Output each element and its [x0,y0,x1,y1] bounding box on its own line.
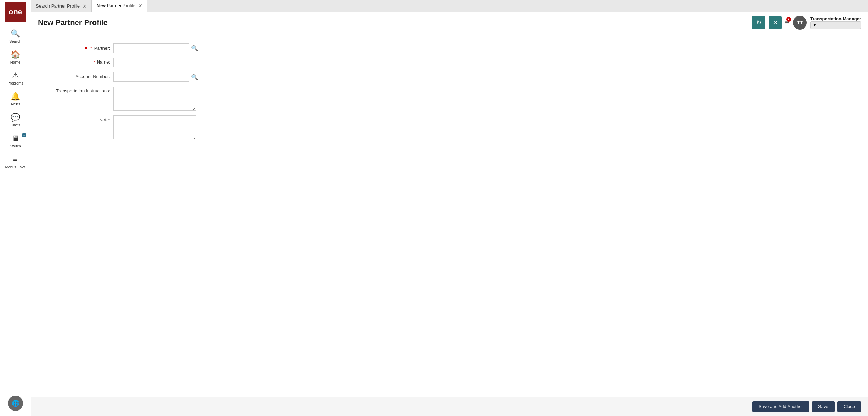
tab-new-close-button[interactable]: ✕ [138,3,142,8]
partner-input[interactable] [113,43,189,53]
partner-search-icon: 🔍 [191,45,198,51]
partner-input-wrapper: 🔍 [113,43,199,53]
avatar-icon: 🌐 [12,400,19,407]
sidebar-item-alerts[interactable]: 🔔 Alerts [0,89,31,110]
chat-icon: 💬 [11,113,20,122]
tab-search-label: Search Partner Profile [36,3,80,9]
note-textarea[interactable] [113,115,196,139]
bell-icon: 🔔 [11,92,20,101]
sidebar-label-home: Home [10,60,20,64]
user-avatar: TT [793,16,807,30]
account-number-input-wrapper: 🔍 [113,72,199,82]
menu-icon: ≡ [13,155,18,164]
save-add-button[interactable]: Save and Add Another [752,401,809,412]
transportation-textarea[interactable] [113,87,196,111]
note-label: Note: [45,115,113,122]
name-input[interactable] [113,58,189,67]
user-initials: TT [797,20,803,25]
tab-search-partner[interactable]: Search Partner Profile ✕ [31,0,92,12]
switch-badge: ≡ [22,133,26,137]
account-number-input[interactable] [113,72,189,82]
account-search-icon: 🔍 [191,74,198,80]
form-section: ● * Partner: 🔍 * Name: [45,43,285,139]
sidebar-item-problems[interactable]: ⚠ Problems [0,68,31,89]
user-info: Transportation Manager ▼ [810,16,861,29]
name-label: * Name: [45,58,113,65]
sidebar: one 🔍 Search 🏠 Home ⚠ Problems 🔔 Alerts … [0,0,31,416]
sidebar-label-alerts: Alerts [10,102,20,106]
header-actions: ↻ ✕ ≡ ★ TT Transportation Manager ▼ [752,16,861,30]
refresh-button[interactable]: ↻ [752,16,765,29]
sidebar-item-home[interactable]: 🏠 Home [0,47,31,68]
cancel-icon: ✕ [773,19,778,26]
user-avatar-sidebar[interactable]: 🌐 [8,396,23,411]
save-button[interactable]: Save [812,401,835,412]
tab-search-close-button[interactable]: ✕ [83,4,87,9]
search-icon: 🔍 [11,29,20,38]
sidebar-label-menus: Menus/Favs [5,165,26,169]
dropdown-arrow: ▼ [813,23,817,27]
refresh-icon: ↻ [756,19,761,26]
note-row: Note: [45,115,285,139]
sidebar-item-menus[interactable]: ≡ Menus/Favs [0,151,31,172]
transportation-input-wrapper [113,87,196,111]
content-area: ● * Partner: 🔍 * Name: [31,33,868,397]
sidebar-label-search: Search [9,39,21,43]
sidebar-item-search[interactable]: 🔍 Search [0,26,31,47]
sidebar-label-switch: Switch [10,144,21,148]
close-button[interactable]: Close [837,401,861,412]
account-number-label: Account Number: [45,72,113,79]
home-icon: 🏠 [11,50,20,59]
sidebar-label-chats: Chats [10,123,20,127]
logo-text: one [9,8,22,16]
error-icon: ● [85,45,88,51]
user-name: Transportation Manager [810,16,861,21]
sidebar-item-chats[interactable]: 💬 Chats [0,110,31,131]
footer: Save and Add Another Save Close [31,397,868,416]
star-badge: ★ [786,17,791,22]
account-search-button[interactable]: 🔍 [190,73,199,81]
tab-new-partner[interactable]: New Partner Profile ✕ [92,0,147,12]
partner-search-button[interactable]: 🔍 [190,44,199,52]
sidebar-item-switch[interactable]: 🖥 ≡ Switch [0,131,31,151]
page-title: New Partner Profile [38,18,752,27]
account-number-row: Account Number: 🔍 [45,72,285,82]
switch-icon: 🖥 [12,134,19,143]
transportation-label: Transportation Instructions: [45,87,113,93]
note-input-wrapper [113,115,196,139]
transportation-row: Transportation Instructions: [45,87,285,111]
user-dropdown[interactable]: ▼ [810,21,861,29]
cancel-button[interactable]: ✕ [769,16,782,29]
name-input-wrapper [113,58,189,67]
main-content: Search Partner Profile ✕ New Partner Pro… [31,0,868,416]
sidebar-label-problems: Problems [7,81,23,85]
name-row: * Name: [45,58,285,67]
menu-button[interactable]: ≡ ★ [785,18,790,27]
page-header: New Partner Profile ↻ ✕ ≡ ★ TT Transport… [31,12,868,33]
partner-row: ● * Partner: 🔍 [45,43,285,53]
tab-bar: Search Partner Profile ✕ New Partner Pro… [31,0,868,12]
app-logo[interactable]: one [5,2,26,22]
warning-icon: ⚠ [12,71,19,80]
tab-new-label: New Partner Profile [97,3,135,8]
partner-label: ● * Partner: [45,43,113,51]
